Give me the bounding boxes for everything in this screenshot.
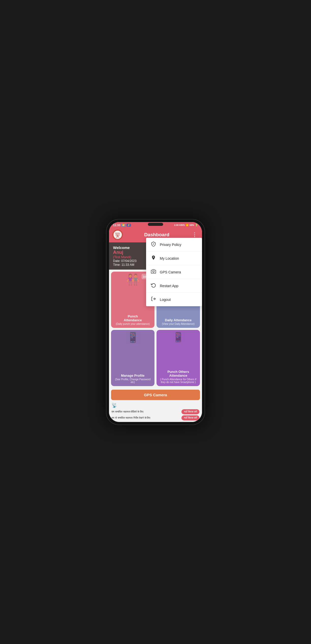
logout-label: Logout [160,298,171,302]
phone-screen: 11:33 📶 ⚡ 2.00 KB/S 📶 69% 🔋 NA [109,222,202,422]
privacy-policy-label: Privary Policy [160,243,181,247]
dropdown-item-privacy[interactable]: Privary Policy [146,238,202,252]
dropdown-item-restart[interactable]: Restart App [146,279,202,293]
restart-app-label: Restart App [160,284,178,288]
dropdown-item-logout[interactable]: Logout [146,293,202,306]
gps-camera-dropdown-label: GPS Camera [160,270,181,274]
dropdown-item-location[interactable]: My Location [146,252,202,265]
svg-point-9 [153,271,154,273]
restart-icon [151,283,156,289]
my-location-label: My Location [160,256,179,260]
phone-shell: 11:33 📶 ⚡ 2.00 KB/S 📶 69% 🔋 NA [106,219,205,425]
shield-icon [151,241,156,248]
logout-icon [151,296,156,303]
camera-icon [151,269,156,275]
dropdown-menu: Privary Policy My Location [146,238,202,306]
location-pin-icon [151,255,156,261]
dropdown-item-gps-camera[interactable]: GPS Camera [146,265,202,279]
dropdown-overlay: Privary Policy My Location [109,222,202,422]
